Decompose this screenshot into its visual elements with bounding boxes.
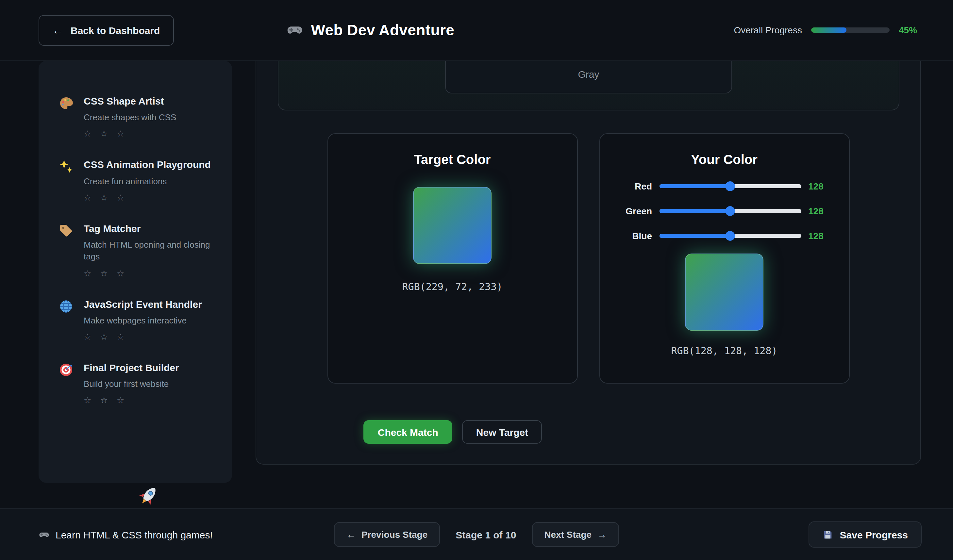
- page-title: Web Dev Adventure: [311, 21, 454, 39]
- quiz-option-gray[interactable]: Gray: [445, 61, 732, 93]
- quiz-option-label: Gray: [578, 68, 599, 80]
- overall-progress: Overall Progress 45%: [734, 25, 917, 35]
- blue-slider-label: Blue: [618, 231, 652, 241]
- level-title: JavaScript Event Handler: [84, 298, 202, 311]
- level-title: CSS Animation Playground: [84, 158, 211, 172]
- floppy-disk-icon: [822, 529, 833, 540]
- next-stage-button[interactable]: Next Stage →: [532, 522, 619, 547]
- save-progress-button[interactable]: Save Progress: [809, 521, 922, 548]
- level-description: Create shapes with CSS: [84, 112, 176, 124]
- dartboard-icon: [58, 362, 74, 378]
- your-color-swatch: [685, 254, 764, 330]
- blue-slider-fill: [659, 234, 730, 238]
- star-rating: ☆ ☆ ☆: [84, 396, 179, 405]
- level-title: CSS Shape Artist: [84, 95, 176, 108]
- green-slider[interactable]: [659, 209, 801, 213]
- sidebar-item-css-animation-playground[interactable]: CSS Animation Playground Create fun anim…: [58, 158, 215, 203]
- star-rating: ☆ ☆ ☆: [84, 332, 202, 342]
- level-title: Tag Matcher: [84, 222, 215, 236]
- star-rating: ☆ ☆ ☆: [84, 193, 211, 203]
- stage-card: Gray Target Color RGB(229, 72, 233) Your…: [256, 61, 921, 465]
- new-target-button[interactable]: New Target: [463, 420, 542, 444]
- level-title: Final Project Builder: [84, 361, 179, 375]
- your-color-card: Your Color Red 128 G: [599, 133, 849, 383]
- arrow-left-icon: ←: [346, 529, 355, 540]
- sparkles-icon: [58, 159, 74, 175]
- overall-progress-label: Overall Progress: [734, 25, 802, 35]
- stage-navigation: ← Previous Stage Stage 1 of 10 Next Stag…: [334, 522, 619, 547]
- content-area: CSS Shape Artist Create shapes with CSS …: [0, 61, 953, 508]
- overall-progress-fill: [811, 28, 846, 33]
- main-stage: Gray Target Color RGB(229, 72, 233) Your…: [256, 61, 953, 508]
- sidebar: CSS Shape Artist Create shapes with CSS …: [39, 61, 232, 483]
- red-slider-row: Red 128: [618, 179, 830, 194]
- sidebar-item-css-shape-artist[interactable]: CSS Shape Artist Create shapes with CSS …: [58, 95, 215, 139]
- green-slider-thumb[interactable]: [725, 206, 735, 216]
- footer-tagline: Learn HTML & CSS through games!: [39, 529, 213, 540]
- tag-icon: [58, 223, 74, 239]
- red-value: 128: [808, 181, 830, 191]
- green-value: 128: [808, 206, 830, 216]
- gamepad-icon: [39, 529, 50, 540]
- sidebar-item-tag-matcher[interactable]: Tag Matcher Match HTML opening and closi…: [58, 222, 215, 278]
- target-color-swatch: [413, 187, 492, 264]
- your-color-title: Your Color: [618, 152, 830, 167]
- stage-indicator: Stage 1 of 10: [456, 529, 516, 540]
- blue-slider-thumb[interactable]: [725, 231, 735, 241]
- back-button-label: Back to Dashboard: [71, 25, 160, 36]
- blue-value: 128: [808, 231, 830, 241]
- check-match-button[interactable]: Check Match: [363, 420, 453, 444]
- target-color-title: Target Color: [346, 152, 559, 167]
- blue-slider-row: Blue 128: [618, 229, 830, 243]
- previous-stage-button[interactable]: ← Previous Stage: [334, 522, 440, 547]
- back-to-dashboard-button[interactable]: ← Back to Dashboard: [39, 15, 174, 45]
- color-match-panels: Target Color RGB(229, 72, 233) Your Colo…: [256, 133, 920, 383]
- footer-tagline-text: Learn HTML & CSS through games!: [56, 529, 213, 540]
- save-progress-label: Save Progress: [840, 529, 908, 540]
- quiz-card: Gray: [278, 61, 899, 110]
- your-rgb-label: RGB(128, 128, 128): [618, 345, 830, 357]
- level-description: Match HTML opening and closing tags: [84, 239, 215, 263]
- green-slider-label: Green: [618, 206, 652, 216]
- level-description: Create fun animations: [84, 175, 211, 187]
- arrow-left-icon: ←: [52, 25, 64, 36]
- level-description: Build your first website: [84, 379, 179, 390]
- star-rating: ☆ ☆ ☆: [84, 268, 215, 278]
- brand: Web Dev Adventure: [286, 21, 454, 39]
- globe-icon: [58, 298, 74, 314]
- blue-slider[interactable]: [659, 234, 801, 238]
- sidebar-item-javascript-event-handler[interactable]: JavaScript Event Handler Make webpages i…: [58, 298, 215, 342]
- palette-icon: [58, 95, 74, 111]
- web-dev-adventure-app: ← Back to Dashboard Web Dev Adventure Ov…: [0, 0, 953, 560]
- level-description: Make webpages interactive: [84, 315, 202, 327]
- sidebar-item-final-project-builder[interactable]: Final Project Builder Build your first w…: [58, 361, 215, 405]
- header: ← Back to Dashboard Web Dev Adventure Ov…: [0, 0, 953, 61]
- footer: Learn HTML & CSS through games! ← Previo…: [0, 508, 953, 560]
- green-slider-fill: [659, 209, 730, 213]
- red-slider-label: Red: [618, 181, 652, 191]
- green-slider-row: Green 128: [618, 204, 830, 218]
- gamepad-icon: [286, 22, 303, 39]
- arrow-right-icon: →: [598, 529, 607, 540]
- overall-progress-percent: 45%: [899, 25, 917, 35]
- target-color-card: Target Color RGB(229, 72, 233): [327, 133, 577, 383]
- red-slider[interactable]: [659, 184, 801, 188]
- target-rgb-label: RGB(229, 72, 233): [346, 281, 559, 293]
- star-rating: ☆ ☆ ☆: [84, 129, 176, 139]
- red-slider-thumb[interactable]: [725, 181, 735, 191]
- red-slider-fill: [659, 184, 730, 188]
- previous-stage-label: Previous Stage: [362, 529, 427, 540]
- match-actions: Check Match New Target: [327, 420, 578, 444]
- next-stage-label: Next Stage: [544, 529, 591, 540]
- rgb-sliders: Red 128 Green: [618, 179, 830, 243]
- overall-progress-bar: [811, 28, 889, 33]
